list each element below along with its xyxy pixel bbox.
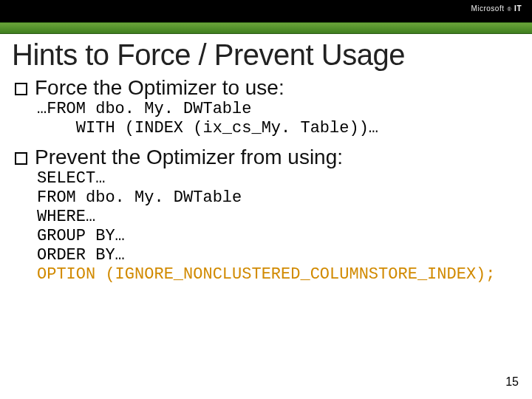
- bullet-prevent: Prevent the Optimizer from using:: [15, 146, 517, 169]
- slide-content: Force the Optimizer to use: …FROM dbo. M…: [15, 76, 517, 284]
- code-force: …FROM dbo. My. DWTable WITH (INDEX (ix_c…: [37, 100, 517, 138]
- header-bar: Microsoft® IT: [0, 0, 532, 22]
- code-prevent-plain: SELECT… FROM dbo. My. DWTable WHERE… GRO…: [37, 169, 242, 265]
- page-number: 15: [505, 375, 519, 389]
- brand-text-left: Microsoft: [471, 4, 504, 13]
- brand-text-right: IT: [514, 4, 522, 13]
- square-bullet-icon: [15, 83, 27, 95]
- square-bullet-icon: [15, 152, 27, 165]
- bullet-force-text: Force the Optimizer to use:: [35, 76, 284, 100]
- slide-title: Hints to Force / Prevent Usage: [12, 38, 532, 72]
- accent-bar: [0, 22, 532, 34]
- brand-logo: Microsoft® IT: [471, 4, 522, 13]
- bullet-force: Force the Optimizer to use:: [15, 76, 517, 100]
- code-prevent-highlight: OPTION (IGNORE_NONCLUSTERED_COLUMNSTORE_…: [37, 265, 496, 284]
- bullet-prevent-text: Prevent the Optimizer from using:: [35, 146, 343, 169]
- code-prevent: SELECT… FROM dbo. My. DWTable WHERE… GRO…: [37, 169, 517, 284]
- brand-reg: ®: [507, 7, 511, 12]
